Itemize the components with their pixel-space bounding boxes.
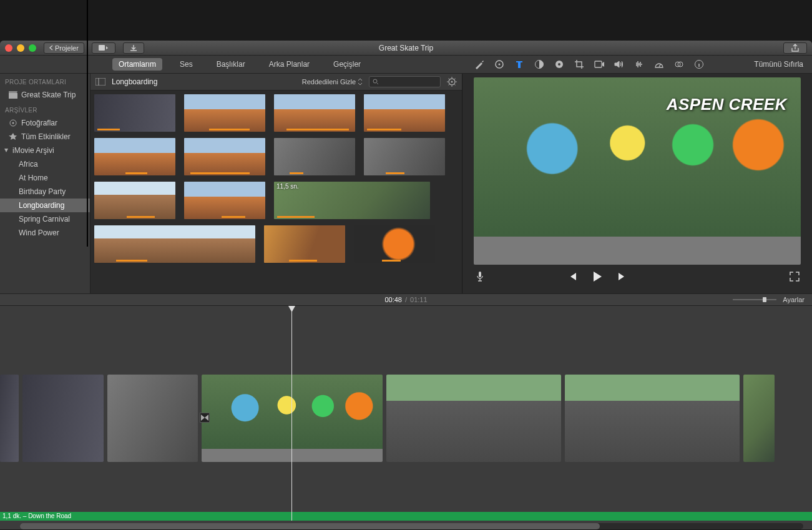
noise-reduction-icon[interactable] <box>633 59 645 70</box>
back-projects-button[interactable]: Projeler <box>44 42 84 54</box>
timeline-clip[interactable] <box>0 375 19 462</box>
current-time: 00:48 <box>384 296 402 303</box>
search-input[interactable] <box>369 76 441 87</box>
stabilize-icon[interactable] <box>594 59 605 70</box>
tab-transitions[interactable]: Geçişler <box>327 58 367 71</box>
sidebar-event-spring-carnival[interactable]: Spring Carnival <box>0 212 90 226</box>
sidebar-event-birthday-party[interactable]: Birthday Party <box>0 185 90 199</box>
timeline-clip[interactable]: 2,2 sn. – ASPEN CREEK… <box>202 375 383 462</box>
sidebar-all-events[interactable]: Tüm Etkinlikler <box>0 130 90 144</box>
svg-point-18 <box>451 81 453 83</box>
text-icon[interactable] <box>514 59 525 70</box>
svg-rect-10 <box>9 93 17 99</box>
timeline-clip[interactable] <box>22 375 104 462</box>
fullscreen-button[interactable] <box>788 270 801 283</box>
info-icon[interactable] <box>693 59 705 70</box>
close-button[interactable] <box>5 44 12 52</box>
clip-thumbnail[interactable] <box>354 225 435 263</box>
clip-thumbnail[interactable]: 11,5 sn. <box>274 182 430 219</box>
speed-icon[interactable] <box>653 59 665 70</box>
sidebar-event-africa[interactable]: Africa <box>0 157 90 171</box>
sidebar: PROJE ORTAMLARI Great Skate Trip ARŞİVLE… <box>0 74 90 293</box>
import-button[interactable] <box>123 42 144 54</box>
svg-rect-13 <box>95 78 105 86</box>
clip-thumbnail[interactable] <box>184 94 265 132</box>
minimize-button[interactable] <box>17 44 24 52</box>
sidebar-section-libraries: ARŞİVLER <box>0 102 90 116</box>
clip-thumbnail[interactable] <box>184 182 265 219</box>
viewer: ASPEN CREEK <box>462 74 812 293</box>
viewer-frame[interactable]: ASPEN CREEK <box>474 77 801 265</box>
zoom-slider[interactable] <box>733 298 776 302</box>
maximize-button[interactable] <box>29 44 36 52</box>
browser-toolbar: Longboarding Reddedileni Gizle <box>90 74 462 91</box>
clip-thumbnail[interactable] <box>184 138 265 175</box>
svg-rect-19 <box>479 272 481 277</box>
clip-thumbnail[interactable] <box>364 138 445 175</box>
enhance-icon[interactable] <box>474 59 485 70</box>
clip-thumbnail[interactable] <box>94 94 175 132</box>
sidebar-event-at-home[interactable]: At Home <box>0 171 90 185</box>
media-library-button[interactable] <box>92 42 115 54</box>
transition-icon[interactable] <box>200 413 210 423</box>
sidebar-imovie-library[interactable]: iMovie Arşivi <box>0 144 90 157</box>
tab-audio[interactable]: Ses <box>174 58 199 71</box>
star-icon <box>9 133 17 140</box>
timeline-settings-button[interactable]: Ayarlar <box>783 296 805 303</box>
color-balance-icon[interactable] <box>494 59 505 70</box>
tab-media[interactable]: Ortamlarım <box>112 58 162 71</box>
svg-rect-0 <box>99 45 105 51</box>
timeline-clip[interactable] <box>386 375 561 462</box>
sidebar-project[interactable]: Great Skate Trip <box>0 88 90 102</box>
timeline-track: 2,2 sn. – ASPEN CREEK… <box>0 368 812 468</box>
total-time: 01:11 <box>410 296 428 303</box>
window-title: Great Skate Trip <box>379 44 433 52</box>
voiceover-icon[interactable] <box>474 270 486 283</box>
hide-rejected-dropdown[interactable]: Reddedileni Gizle <box>302 78 363 86</box>
sidebar-section-project: PROJE ORTAMLARI <box>0 74 90 88</box>
volume-icon[interactable] <box>614 59 625 70</box>
svg-point-2 <box>499 64 501 66</box>
transport-bar <box>462 265 812 288</box>
clapper-icon <box>9 91 17 99</box>
timeline[interactable]: 2,2 sn. – ASPEN CREEK… 1,1 dk. – Down th… <box>0 306 812 529</box>
svg-line-16 <box>377 83 378 84</box>
tab-titles[interactable]: Başlıklar <box>210 58 252 71</box>
play-button[interactable] <box>591 270 604 283</box>
audio-track[interactable]: 1,1 dk. – Down the Road <box>0 512 812 521</box>
sidebar-photos[interactable]: Fotoğraflar <box>0 116 90 130</box>
playhead[interactable] <box>291 306 292 521</box>
sidebar-toggle-icon[interactable] <box>95 78 105 86</box>
svg-rect-6 <box>595 61 602 67</box>
timeline-scrollbar[interactable] <box>20 523 803 529</box>
color-correction-icon[interactable] <box>534 59 545 70</box>
svg-point-5 <box>558 63 560 66</box>
sidebar-event-longboarding[interactable]: Longboarding <box>0 199 90 212</box>
timeline-clip[interactable] <box>565 375 740 462</box>
adjust-toolbar: Tümünü Sıfırla <box>462 56 812 73</box>
clip-thumbnail[interactable] <box>94 225 255 263</box>
timeline-clip[interactable] <box>743 375 775 462</box>
prev-button[interactable] <box>566 270 579 283</box>
settings-icon[interactable] <box>447 77 457 87</box>
clip-thumbnail[interactable] <box>364 94 445 132</box>
clip-thumbnail[interactable] <box>94 182 175 219</box>
clip-thumbnail[interactable] <box>264 225 345 263</box>
callout-pointer <box>87 0 88 247</box>
clip-duration: 11,5 sn. <box>276 183 299 190</box>
next-button[interactable] <box>616 270 629 283</box>
clip-thumbnail[interactable] <box>274 138 355 175</box>
timeline-clip[interactable] <box>107 375 198 462</box>
share-button[interactable] <box>783 42 807 54</box>
title-overlay: ASPEN CREEK <box>667 95 787 114</box>
color-wheel-icon[interactable] <box>554 59 565 70</box>
audio-track-label: 1,1 dk. – Down the Road <box>2 513 71 519</box>
clip-thumbnail[interactable] <box>274 94 355 132</box>
filter-icon[interactable] <box>673 59 685 70</box>
reset-all-button[interactable]: Tümünü Sıfırla <box>754 60 803 69</box>
tab-backgrounds[interactable]: Arka Planlar <box>263 58 316 71</box>
photos-icon <box>9 119 17 127</box>
crop-icon[interactable] <box>574 59 585 70</box>
clip-thumbnail[interactable] <box>94 138 175 175</box>
sidebar-event-wind-power[interactable]: Wind Power <box>0 226 90 240</box>
